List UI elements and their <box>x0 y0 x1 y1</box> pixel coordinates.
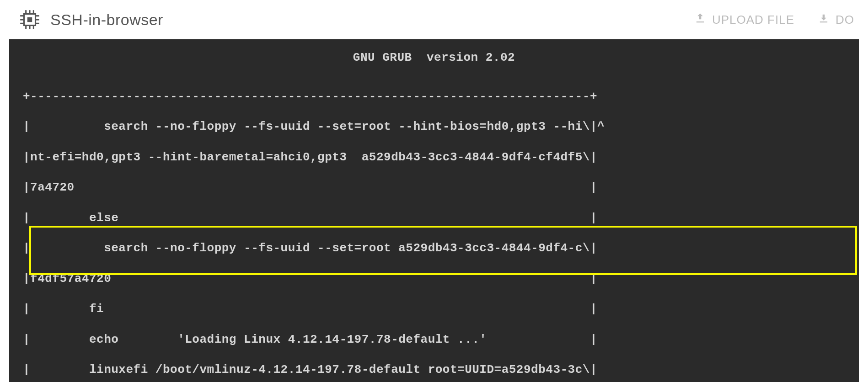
download-file-button[interactable]: DO <box>817 12 854 28</box>
app-title: SSH-in-browser <box>50 11 163 29</box>
upload-label: UPLOAD FILE <box>712 13 794 27</box>
grub-title: GNU GRUB version 2.02 <box>23 50 845 65</box>
terminal-window[interactable]: GNU GRUB version 2.02 +-----------------… <box>9 39 859 382</box>
download-label: DO <box>836 13 854 27</box>
header-right: UPLOAD FILE DO <box>694 12 854 28</box>
grub-editor-box: +---------------------------------------… <box>23 74 845 382</box>
svg-rect-1 <box>27 17 32 22</box>
header-bar: SSH-in-browser UPLOAD FILE DO <box>0 0 868 39</box>
grub-line: | search --no-floppy --fs-uuid --set=roo… <box>23 241 845 256</box>
box-border-top: +---------------------------------------… <box>23 89 845 104</box>
grub-line: |nt-efi=hd0,gpt3 --hint-baremetal=ahci0,… <box>23 150 845 165</box>
grub-line: | fi | <box>23 302 845 317</box>
grub-line: | echo 'Loading Linux 4.12.14-197.78-def… <box>23 332 845 347</box>
grub-line: | search --no-floppy --fs-uuid --set=roo… <box>23 119 845 134</box>
chip-icon <box>18 8 41 31</box>
grub-line: |7a4720 | <box>23 180 845 195</box>
grub-line: |f4df57a4720 | <box>23 271 845 286</box>
upload-icon <box>694 12 707 28</box>
upload-file-button[interactable]: UPLOAD FILE <box>694 12 794 28</box>
grub-line: | linuxefi /boot/vmlinuz-4.12.14-197.78-… <box>23 362 845 377</box>
download-icon <box>817 12 830 28</box>
grub-line: | else | <box>23 211 845 226</box>
header-left: SSH-in-browser <box>18 8 163 31</box>
